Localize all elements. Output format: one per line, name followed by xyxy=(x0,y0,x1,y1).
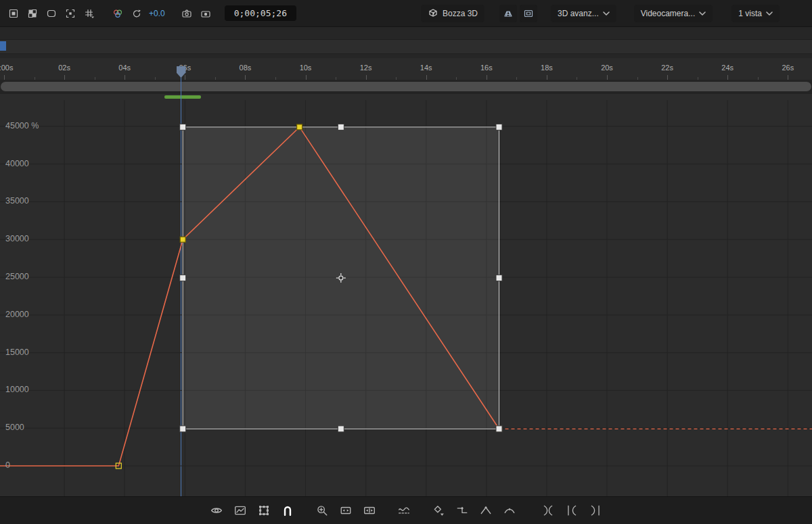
properties-eye-icon[interactable] xyxy=(208,502,225,519)
horizontal-scrollbar[interactable] xyxy=(1,82,811,91)
ruler-label: 22s xyxy=(661,64,673,72)
transform-handle-bl[interactable] xyxy=(180,426,186,432)
graph-editor-toolbar xyxy=(0,496,812,524)
view-layout-label: 1 vista xyxy=(738,9,762,18)
renderer-label: 3D avanz... xyxy=(558,9,599,18)
auto-zoom-icon[interactable] xyxy=(313,502,331,519)
fit-selection-icon[interactable] xyxy=(337,502,355,519)
y-axis-label: 35000 xyxy=(5,196,29,206)
keyframe[interactable] xyxy=(297,124,302,130)
ruler-tick xyxy=(64,75,65,80)
transform-handle-tm[interactable] xyxy=(338,124,344,130)
hold-keyframe-icon[interactable] xyxy=(453,502,471,519)
view-layout-dropdown[interactable]: 1 vista xyxy=(731,5,780,22)
camera-label: Videocamera... xyxy=(641,9,696,18)
auto-bezier-icon[interactable] xyxy=(501,502,518,519)
timecode-display[interactable]: 0;00;05;26 xyxy=(225,5,296,21)
graph-type-icon[interactable] xyxy=(231,502,249,519)
ruler-tick xyxy=(125,75,125,80)
graph-editor-area: 45000 %400003500030000250002000015000100… xyxy=(0,100,812,497)
chevron-down-icon xyxy=(766,11,773,16)
linear-keyframe-icon[interactable] xyxy=(477,502,495,519)
chevron-down-icon xyxy=(603,11,610,16)
reset-exposure-icon[interactable] xyxy=(129,5,145,22)
transform-handle-tl[interactable] xyxy=(180,124,186,130)
transform-box-icon[interactable] xyxy=(255,502,273,519)
ruler-tick xyxy=(547,75,547,80)
ruler-tick xyxy=(4,75,5,80)
y-axis-label: 40000 xyxy=(5,159,29,168)
ruler-tick xyxy=(607,75,608,80)
show-channel-icon[interactable] xyxy=(110,5,126,22)
ruler-tick xyxy=(667,75,668,80)
y-axis-label: 0 xyxy=(5,460,10,470)
ruler-label: 10s xyxy=(300,64,312,72)
ruler-tick xyxy=(788,75,788,80)
chevron-down-icon xyxy=(699,11,706,16)
y-axis-label: 25000 xyxy=(5,272,29,281)
ruler-label: 14s xyxy=(420,64,432,72)
always-preview-icon[interactable] xyxy=(5,5,22,22)
ruler-label: 04s xyxy=(118,64,131,72)
snap-icon[interactable] xyxy=(279,502,296,519)
take-snapshot-icon[interactable] xyxy=(179,5,195,22)
time-navigator[interactable] xyxy=(0,39,812,54)
ruler-label: 24s xyxy=(721,64,734,72)
transform-handle-br[interactable] xyxy=(496,426,502,432)
camera-dropdown[interactable]: Videocamera... xyxy=(634,5,713,22)
ruler-label: 16s xyxy=(480,64,493,72)
top-toolbar: +0.0 0;00;05;26 Bozza 3D 3D avanz... Vid… xyxy=(0,0,812,27)
horizontal-scroll-track[interactable] xyxy=(0,80,812,94)
transform-handle-bm[interactable] xyxy=(338,426,344,432)
ruler-label: 0:00s xyxy=(0,64,13,72)
graph-smoother-icon[interactable] xyxy=(395,502,413,519)
keyframe[interactable] xyxy=(180,237,185,242)
ruler-tick xyxy=(366,75,367,80)
ruler-label: 20s xyxy=(601,64,613,72)
ground-plane-icon[interactable] xyxy=(499,5,517,22)
draft-3d-button[interactable]: Bozza 3D xyxy=(421,5,484,22)
ruler-label: 26s xyxy=(782,64,794,72)
renderer-dropdown[interactable]: 3D avanz... xyxy=(551,5,616,22)
edit-keyframes-icon[interactable] xyxy=(430,502,447,519)
preview-work-area-bar[interactable] xyxy=(164,95,201,99)
mask-visibility-icon[interactable] xyxy=(43,5,60,22)
transform-handle-tr[interactable] xyxy=(496,124,502,130)
y-axis-label: 20000 xyxy=(5,310,29,319)
easy-ease-out-icon[interactable] xyxy=(587,502,604,519)
ruler-label: 02s xyxy=(58,64,70,72)
draft-3d-label: Bozza 3D xyxy=(443,9,478,18)
ruler-label: 12s xyxy=(360,64,372,72)
region-of-interest-icon[interactable] xyxy=(62,5,78,22)
easy-ease-icon[interactable] xyxy=(539,502,557,519)
fit-all-icon[interactable] xyxy=(361,502,378,519)
transform-handle-mr[interactable] xyxy=(496,275,502,281)
easy-ease-in-icon[interactable] xyxy=(563,502,581,519)
ruler-tick xyxy=(306,75,307,80)
ruler-tick xyxy=(487,75,487,80)
ruler-label: 18s xyxy=(541,64,553,72)
ruler-tick xyxy=(727,75,728,80)
ruler-tick xyxy=(426,75,427,80)
y-axis-label: 30000 xyxy=(5,234,29,243)
ruler-tick xyxy=(245,75,246,80)
y-axis-label: 5000 xyxy=(5,423,24,432)
y-axis-label: 45000 % xyxy=(5,121,39,130)
time-ruler[interactable]: 0:00s02s04s06s08s10s12s14s16s18s20s22s24… xyxy=(0,58,812,80)
graph-canvas[interactable] xyxy=(0,100,812,497)
y-axis-label: 10000 xyxy=(5,385,29,394)
draft-3d-cube-icon xyxy=(428,8,438,19)
navigator-handle[interactable] xyxy=(0,41,6,51)
y-axis-label: 15000 xyxy=(5,348,29,357)
transparency-grid-icon[interactable] xyxy=(24,5,41,22)
ruler-tick xyxy=(185,75,185,80)
ruler-label: 08s xyxy=(240,64,252,72)
grid-guides-icon[interactable] xyxy=(81,5,97,22)
show-snapshot-icon[interactable] xyxy=(198,5,214,22)
exposure-value[interactable]: +0.0 xyxy=(149,9,165,18)
selection-box[interactable] xyxy=(183,127,499,429)
transform-handle-ml[interactable] xyxy=(180,275,186,281)
extended-viewer-icon[interactable] xyxy=(520,5,537,22)
